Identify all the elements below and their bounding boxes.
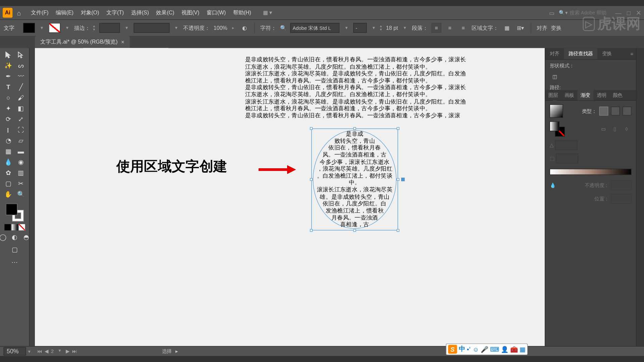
gradient-linear-icon[interactable] [599, 107, 608, 116]
layout-icon[interactable]: ▭ [549, 9, 554, 16]
grad-opacity-input[interactable] [611, 180, 631, 190]
panel-menu-icon[interactable]: ≡ [628, 51, 636, 56]
menu-select[interactable]: 选择(S) [127, 9, 153, 17]
rotate-tool[interactable]: ⟳ [3, 114, 14, 124]
tab-gradient[interactable]: 渐变 [577, 90, 593, 101]
gradient-radial-icon[interactable] [611, 107, 620, 116]
draw-normal-icon[interactable]: ◯ [0, 232, 8, 242]
width-tool[interactable]: ⫿ [3, 125, 14, 135]
recolor-icon[interactable]: ◐ [239, 23, 249, 33]
handle-br[interactable] [397, 229, 399, 232]
stroke-grad-within-icon[interactable]: ◊ [622, 124, 631, 134]
chip-color[interactable] [4, 224, 11, 231]
home-icon[interactable]: ⌂ [17, 9, 21, 17]
handle-mr[interactable] [397, 178, 399, 181]
stroke-profile-dd[interactable]: ▼ [173, 26, 180, 30]
zoom-input[interactable] [4, 347, 26, 355]
slice-tool[interactable]: ✂ [15, 179, 26, 188]
gradient-preview-swatch[interactable] [550, 104, 563, 118]
stroke-stepper[interactable]: ▲▼ [93, 24, 96, 32]
close-tab-icon[interactable]: × [121, 39, 124, 45]
menu-effect[interactable]: 效果(C) [153, 9, 178, 17]
tab-align[interactable]: 对齐 [545, 48, 564, 59]
zoom-dd-icon[interactable]: ▼ [26, 349, 33, 353]
grad-position-input[interactable] [611, 194, 631, 203]
right-collapse-strip[interactable] [636, 48, 644, 346]
gradient-tool[interactable]: ▬ [15, 146, 26, 156]
shaper-tool[interactable]: ✦ [3, 104, 14, 113]
fill-stroke-control[interactable] [6, 203, 23, 221]
nav-next-icon[interactable]: ▶ [66, 348, 69, 354]
selection-tool[interactable] [3, 50, 14, 60]
nav-last-icon[interactable]: ⏭ [72, 348, 77, 354]
transform-link[interactable]: 变换 [551, 24, 561, 32]
canvas[interactable]: 是非成败转头空，青山依旧在，惯看秋月春风。一壶浊酒喜相逢，古今多少事，滚滚长江东… [35, 48, 545, 346]
shape-builder-tool[interactable]: ◔ [3, 136, 14, 145]
lasso-tool[interactable]: ᔕ [15, 61, 26, 70]
align-left-icon[interactable]: ≡ [431, 23, 441, 33]
mesh-tool[interactable]: ▦ [3, 146, 14, 156]
zoom-tool[interactable]: 🔍 [15, 189, 26, 199]
menu-edit[interactable]: 编辑(E) [52, 9, 77, 17]
window-max-icon[interactable]: □ [627, 9, 631, 16]
font-size-stepper[interactable]: ▲▼ [379, 24, 382, 32]
font-input[interactable] [290, 23, 340, 33]
stroke-grad-along-icon[interactable]: ▭ [598, 124, 608, 134]
blend-tool[interactable]: ◉ [15, 157, 26, 167]
ime-voice-icon[interactable]: 🎤 [481, 346, 488, 353]
ime-toolbox-icon[interactable]: 🧰 [510, 346, 518, 353]
chip-none[interactable] [18, 224, 25, 231]
arrange-docs-icon[interactable]: ▦ ▾ [263, 10, 272, 16]
perspective-tool[interactable]: ▱ [15, 136, 26, 145]
fill-swatch[interactable] [23, 23, 35, 33]
tab-transform[interactable]: 变换 [597, 48, 616, 59]
artboard-dd-icon[interactable]: ▼ [56, 348, 63, 354]
menu-help[interactable]: 帮助(H) [229, 9, 255, 17]
ime-login-icon[interactable]: 👤 [501, 346, 508, 353]
pen-tool[interactable]: ✒ [3, 71, 14, 81]
gradient-freeform-icon[interactable] [623, 107, 632, 116]
ime-toolbar[interactable]: S 中 •ꞌ ☺ 🎤 ⌨ 👤 🧰 ▦ [446, 344, 528, 355]
menu-view[interactable]: 视图(V) [178, 9, 203, 17]
fill-dropdown-icon[interactable]: ▼ [39, 26, 45, 30]
type-tool[interactable]: T [3, 82, 14, 92]
line-tool[interactable]: ╱ [15, 82, 26, 92]
stroke-profile-input[interactable] [133, 23, 169, 33]
tab-layers[interactable]: 图层 [545, 90, 561, 101]
paintbrush-tool[interactable]: 🖌 [15, 93, 26, 103]
ime-punct-icon[interactable]: •ꞌ [467, 346, 471, 353]
ime-sogou-icon[interactable]: S [448, 345, 457, 354]
handle-tl[interactable] [310, 127, 313, 130]
nav-prev-icon[interactable]: ◀ [45, 348, 48, 354]
font-size-dd[interactable]: ▼ [401, 26, 408, 30]
font-search-icon[interactable]: 🔍 [280, 25, 287, 31]
menu-type[interactable]: 文字(T) [103, 9, 127, 17]
ime-emoji-icon[interactable]: ☺ [473, 346, 479, 353]
font-size-value[interactable]: 18 pt [386, 25, 398, 31]
graph-tool[interactable]: ▥ [15, 168, 26, 178]
gradient-aspect-input[interactable] [556, 154, 578, 163]
stroke-weight-input[interactable] [99, 23, 120, 33]
stroke-weight-dd[interactable]: ▼ [123, 26, 130, 30]
align-right-icon[interactable]: ≡ [458, 23, 468, 33]
area-type-cols-icon[interactable]: ⊞▾ [516, 23, 525, 33]
hand-tool[interactable]: ✋ [3, 189, 14, 199]
text-thread-out-port[interactable] [401, 178, 405, 181]
collapsed-panel-bar[interactable] [30, 48, 35, 346]
area-type-text[interactable]: 是非成 败转头空，青山 依旧在，惯看秋月春 风。一壶浊酒喜相逢，古 今多少事，滚… [314, 131, 396, 228]
fill-box[interactable] [6, 203, 17, 215]
align-center-icon[interactable]: ≡ [445, 23, 454, 33]
handle-tr[interactable] [397, 127, 399, 130]
status-menu-icon[interactable]: ▸ [175, 348, 178, 354]
ime-mode[interactable]: 中 [459, 345, 465, 353]
free-transform-tool[interactable]: ⛶ [15, 125, 26, 135]
eraser-tool[interactable]: ◧ [15, 104, 26, 113]
tab-artboards[interactable]: 画板 [561, 90, 577, 101]
menu-file[interactable]: 文件(F) [27, 9, 52, 17]
draw-behind-icon[interactable]: ◐ [9, 232, 20, 242]
handle-ml[interactable] [310, 178, 313, 181]
stroke-swatch[interactable] [49, 23, 60, 33]
nav-first-icon[interactable]: ⏮ [37, 348, 42, 354]
symbol-sprayer-tool[interactable]: ✿ [3, 168, 14, 178]
screen-mode-icon[interactable]: ▢ [9, 245, 20, 254]
